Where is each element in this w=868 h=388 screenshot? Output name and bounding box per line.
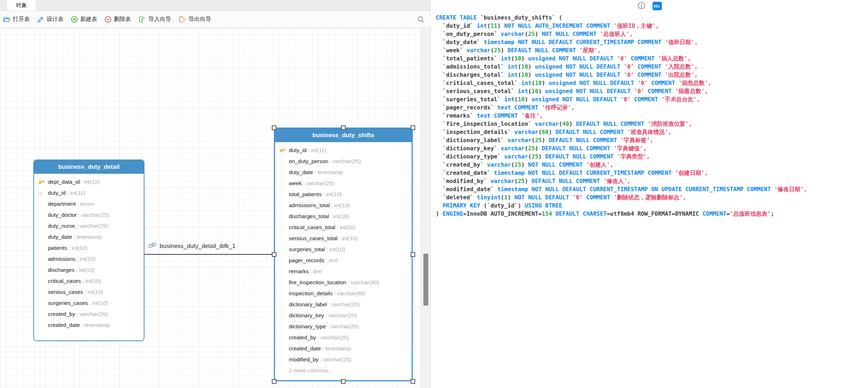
field-name: remarks [289, 268, 309, 275]
entity-field-row[interactable]: duty_doctor: varchar(25) [34, 209, 144, 220]
field-name: surgeries_cases [48, 300, 88, 306]
entity-title[interactable]: business_duty_detail [34, 160, 144, 174]
entity-field-row[interactable]: created_date: timestamp [34, 319, 144, 330]
selection-handle[interactable] [411, 125, 415, 130]
design-table-icon [37, 16, 44, 23]
field-name: created_by [48, 311, 75, 317]
entity-field-row[interactable]: week: varchar(25) [275, 178, 412, 189]
toolbar-button-new-table[interactable]: 新建表 [71, 16, 97, 23]
field-name: surgeries_total [289, 246, 325, 253]
sql-ddl-code[interactable]: CREATE TABLE `business_duty_shifts` ( `d… [431, 11, 868, 218]
info-icon[interactable] [637, 1, 645, 11]
sql-line: `critical_cases_total` int(10) unsigned … [436, 79, 868, 87]
field-type: : enum [77, 201, 94, 207]
entity-business_duty_detail[interactable]: business_duty_detaildept_data_id: int(11… [33, 160, 144, 341]
entity-field-row[interactable]: duty_date: timestamp [275, 167, 412, 178]
selection-handle[interactable] [341, 125, 346, 130]
entity-field-row[interactable]: duty_nurse: varchar(25) [34, 220, 144, 231]
sql-line: `serious_cases_total` int(10) unsigned N… [436, 87, 868, 95]
diagram-canvas[interactable]: business_duty_detaildept_data_id: int(11… [0, 28, 430, 388]
entity-field-row[interactable]: dictionary_key: varchar(25) [275, 310, 412, 321]
field-type: : int(11) [308, 147, 326, 153]
entity-field-row[interactable]: department: enum [34, 198, 144, 209]
entity-field-row[interactable]: discharges: int(10) [34, 264, 144, 275]
vertical-scrollbar[interactable] [421, 28, 430, 388]
field-name: dept_data_id [48, 179, 80, 185]
field-name: dictionary_key [289, 312, 324, 319]
entity-field-row[interactable]: modified_by: varchar(25) [275, 354, 412, 365]
entity-field-row[interactable]: duty_date: timestamp [34, 231, 144, 242]
toolbar-button-label: 导入向导 [148, 16, 171, 23]
entity-field-row[interactable]: on_duty_person: varchar(25) [275, 156, 412, 167]
toolbar: 打开表设计表新建表删除表导入向导导出向导 [0, 11, 430, 28]
sql-line: `fire_inspection_location` varchar(40) D… [436, 120, 868, 128]
field-type: : int(10) [326, 246, 345, 253]
field-type: : timestamp [323, 345, 351, 352]
entity-field-row[interactable]: dictionary_label: varchar(25) [275, 299, 412, 310]
field-name: patients [48, 245, 67, 251]
entity-field-row[interactable]: dictionary_type: varchar(25) [275, 321, 412, 332]
entity-title[interactable]: business_duty_shifts [275, 129, 412, 142]
sql-line: `deleted` tinyint(1) NOT NULL DEFAULT '0… [436, 193, 868, 201]
field-name: dictionary_type [289, 323, 326, 330]
entity-field-row[interactable]: discharges_total: int(10) [275, 211, 412, 222]
relation-line[interactable] [144, 254, 274, 255]
entity-field-row[interactable]: duty_id: int(11) [275, 145, 412, 156]
field-name: created_date [289, 345, 321, 352]
scrollbar-thumb[interactable] [423, 254, 428, 306]
entity-business_duty_shifts[interactable]: business_duty_shiftsduty_id: int(11)on_d… [274, 128, 413, 381]
selection-handle[interactable] [272, 379, 276, 384]
field-type: : int(10) [89, 300, 108, 306]
toolbar-button-export-wizard[interactable]: 导出向导 [178, 16, 211, 23]
field-type: : varchar(25) [303, 180, 334, 187]
entity-field-row[interactable]: fire_inspection_location: varchar(40) [275, 277, 412, 288]
entity-field-row[interactable]: created_date: timestamp [275, 343, 412, 354]
entity-field-row[interactable]: pager_records: text [275, 255, 412, 266]
ddl-panel-toolbar: DDL [431, 0, 868, 11]
entity-field-row[interactable]: total_patients: int(10) [275, 189, 412, 200]
entity-field-row[interactable]: critical_cases_total: int(10) [275, 222, 412, 233]
entity-field-row[interactable]: created_by: varchar(25) [275, 332, 412, 343]
sql-line: `dictionary_key` varchar(25) DEFAULT NUL… [436, 144, 868, 152]
entity-field-row[interactable]: inspection_details: varchar(60) [275, 288, 412, 299]
entity-field-row[interactable]: ◇duty_id: int(11) [34, 187, 144, 198]
ddl-view-button[interactable]: DDL [653, 2, 662, 10]
export-wizard-icon [178, 16, 186, 23]
search-icon[interactable] [417, 16, 425, 23]
sql-line: `inspection_details` varchar(60) DEFAULT… [436, 128, 868, 136]
entity-field-row[interactable]: serious_cases: int(10) [34, 286, 144, 297]
selection-handle[interactable] [272, 125, 276, 130]
entity-field-row[interactable]: remarks: text [275, 266, 412, 277]
more-columns-label[interactable]: 2 more columns... [275, 365, 412, 376]
toolbar-button-delete-table[interactable]: 删除表 [104, 16, 131, 23]
entity-field-row[interactable]: admissions: int(10) [34, 253, 144, 264]
toolbar-button-label: 设计表 [46, 16, 64, 23]
field-name: pager_records [289, 257, 324, 264]
entity-field-row[interactable]: dept_data_id: int(11) [34, 176, 144, 187]
selection-handle[interactable] [411, 252, 415, 257]
toolbar-button-open-table[interactable]: 打开表 [3, 16, 30, 23]
toolbar-button-label: 打开表 [13, 16, 30, 23]
sql-line: `discharges_total` int(10) unsigned NOT … [436, 71, 868, 79]
tab-objects[interactable]: 对象 [7, 0, 35, 11]
entity-field-row[interactable]: created_by: varchar(25) [34, 308, 144, 319]
entity-field-row[interactable]: serious_cases_total: int(10) [275, 233, 412, 244]
relation-label[interactable]: business_duty_detail_ibfk_1 [148, 242, 236, 250]
selection-handle[interactable] [411, 379, 415, 384]
entity-field-row[interactable]: admissions_total: int(10) [275, 200, 412, 211]
entity-field-row[interactable]: critical_cases: int(10) [34, 275, 144, 286]
entity-field-row[interactable]: surgeries_cases: int(10) [34, 297, 144, 308]
toolbar-button-import-wizard[interactable]: 导入向导 [138, 16, 171, 23]
field-type: : varchar(25) [77, 223, 108, 229]
sql-line: `total_patients` int(10) unsigned NOT NU… [436, 54, 868, 63]
selection-handle[interactable] [272, 252, 276, 257]
open-table-icon [3, 16, 11, 23]
entity-field-row[interactable]: surgeries_total: int(10) [275, 244, 412, 255]
field-type: : text [310, 268, 322, 275]
entity-field-row[interactable]: patients: int(10) [34, 242, 144, 253]
selection-handle[interactable] [341, 379, 346, 384]
field-name: admissions_total [289, 202, 330, 209]
toolbar-button-design-table[interactable]: 设计表 [37, 16, 64, 23]
field-type: : varchar(25) [325, 312, 357, 319]
field-type: : int(10) [337, 224, 356, 231]
